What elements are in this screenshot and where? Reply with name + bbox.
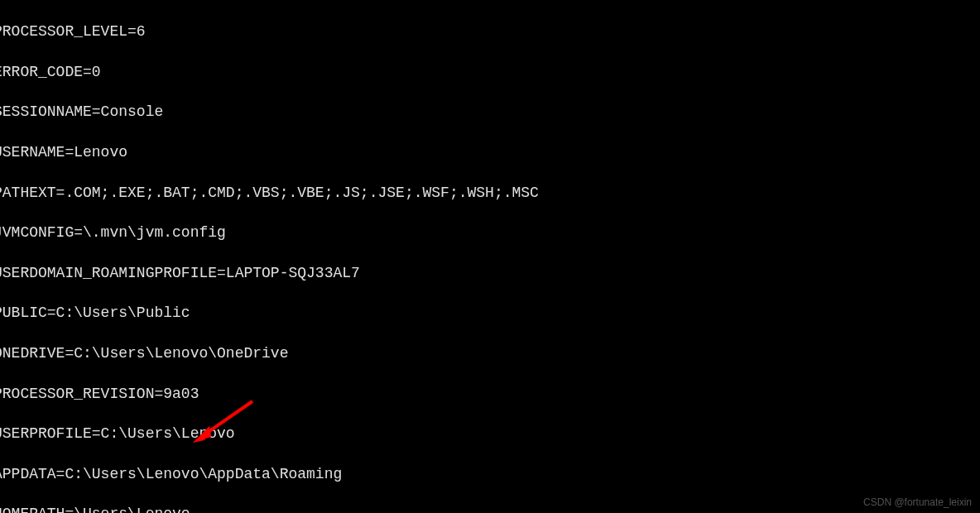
watermark-text: CSDN @fortunate_leixin: [863, 496, 972, 509]
env-var-line: PUBLIC=C:\Users\Public: [0, 303, 980, 323]
env-var-line: HOMEPATH=\Users\Lenovo: [0, 504, 980, 513]
env-var-line: PROCESSOR_REVISION=9a03: [0, 384, 980, 404]
env-var-line: PATHEXT=.COM;.EXE;.BAT;.CMD;.VBS;.VBE;.J…: [0, 183, 980, 203]
env-var-line: SESSIONNAME=Console: [0, 102, 980, 122]
env-var-line: PROCESSOR_LEVEL=6: [0, 22, 980, 41]
env-var-line: USERDOMAIN_ROAMINGPROFILE=LAPTOP-SQJ33AL…: [0, 263, 980, 283]
env-var-line: USERPROFILE=C:\Users\Lenovo: [0, 424, 980, 443]
terminal-output: PROCESSOR_LEVEL=6 ERROR_CODE=0 SESSIONNA…: [0, 2, 980, 513]
env-var-line: JVMCONFIG=\.mvn\jvm.config: [0, 223, 980, 242]
env-var-line: ONEDRIVE=C:\Users\Lenovo\OneDrive: [0, 343, 980, 363]
env-var-line: APPDATA=C:\Users\Lenovo\AppData\Roaming: [0, 464, 980, 484]
env-var-line: USERNAME=Lenovo: [0, 142, 980, 162]
env-var-line: ERROR_CODE=0: [0, 62, 980, 82]
